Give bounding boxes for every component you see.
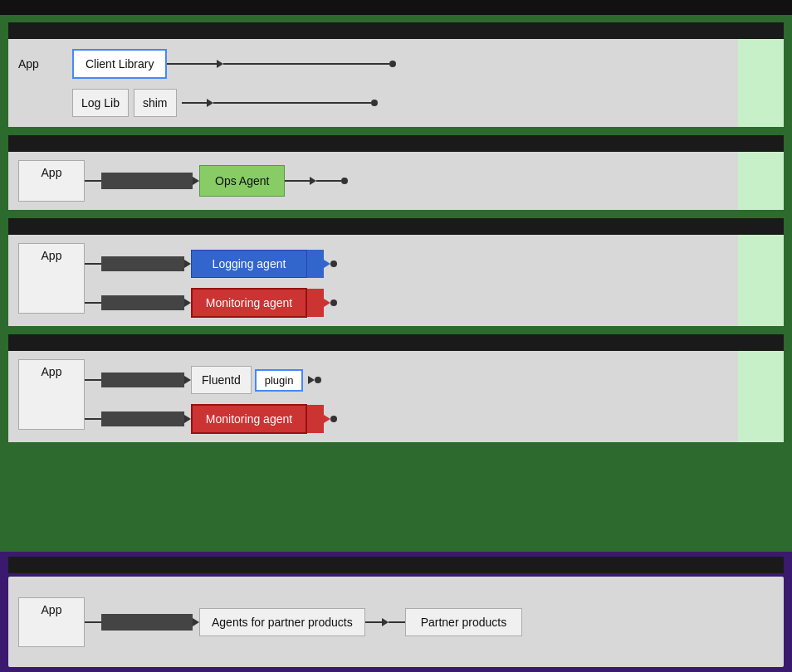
section1-body: App Client Library Log Lib: [8, 39, 784, 127]
app-label-1: App: [18, 57, 64, 71]
app-tall-4: App: [18, 359, 85, 430]
arrow-purple: [193, 618, 199, 626]
ops-agent-box: Ops Agent: [199, 165, 285, 197]
line-after-ops: [285, 180, 310, 182]
section2-header: [8, 135, 784, 152]
endpoint-3b: [330, 299, 337, 306]
line-4b: [85, 418, 101, 420]
app-tall-purple: App: [18, 597, 85, 647]
plugin-box: plugin: [255, 369, 304, 392]
agents-partner-box: Agents for partner products: [199, 608, 365, 636]
arrow-4b: [184, 415, 191, 423]
line-3b: [85, 302, 101, 304]
section4-body: App Fluentd plugin: [8, 351, 784, 442]
section1-row1: App Client Library: [18, 49, 774, 79]
section4-header: [8, 334, 784, 351]
line-mid-2: [85, 180, 101, 182]
arrow-1a: [217, 60, 223, 68]
section3-row-logging: Logging agent: [85, 250, 337, 278]
arrow-2: [193, 177, 199, 185]
line-to-edge-2: [316, 180, 341, 182]
dark-block-2: [101, 173, 193, 189]
section-2: App Ops Agent: [8, 135, 784, 210]
section-4: App Fluentd plugin: [8, 334, 784, 442]
endpoint-1a: [389, 61, 396, 67]
app-tall-3: App: [18, 243, 85, 314]
section3-header: [8, 218, 784, 235]
endpoint-4a: [315, 377, 321, 383]
line-p3: [389, 621, 405, 623]
section4-row-monitoring: Monitoring agent: [85, 404, 337, 434]
app-tall-2: App: [18, 160, 85, 202]
section1-row2: Log Lib shim: [18, 89, 774, 117]
endpoint-1b: [371, 100, 378, 106]
section-3: App Logging agent: [8, 218, 784, 326]
client-library-box: Client Library: [72, 49, 167, 79]
section2-body: App Ops Agent: [8, 152, 784, 210]
section3-body: App Logging agent: [8, 235, 784, 326]
line-1b: [223, 63, 389, 65]
purple-area: App Agents for partner products Partner …: [0, 552, 792, 672]
main-container: App Client Library Log Lib: [0, 0, 792, 672]
line-3a: [85, 263, 101, 265]
purple-content: App Agents for partner products Partner …: [8, 577, 784, 667]
green-area: App Client Library Log Lib: [0, 15, 792, 552]
arrow-3b-end: [324, 299, 330, 307]
dark-4b: [101, 411, 184, 426]
log-lib-box: Log Lib: [72, 89, 129, 117]
partner-products-box: Partner products: [405, 608, 523, 636]
monitoring-agent-box-3: Monitoring agent: [191, 288, 307, 318]
dark-3b: [101, 295, 184, 310]
endpoint-4b: [330, 416, 337, 422]
line-4a: [85, 379, 101, 381]
section3-row-monitoring: Monitoring agent: [85, 288, 337, 318]
logging-agent-box: Logging agent: [191, 250, 307, 278]
arrow-4a: [184, 376, 191, 384]
dark-3a: [101, 256, 184, 271]
arrow-3b: [184, 299, 191, 307]
arrow-2a: [207, 99, 213, 107]
shim-box: shim: [134, 89, 177, 117]
red-ext-3: [307, 289, 324, 317]
line-2b: [213, 102, 371, 104]
endpoint-3a: [330, 261, 337, 267]
dark-purple: [101, 614, 193, 631]
line-p1: [85, 621, 101, 623]
section1-header: [8, 22, 784, 39]
fluentd-box: Fluentd: [191, 366, 252, 394]
section-1: App Client Library Log Lib: [8, 22, 784, 127]
purple-header: [8, 557, 784, 573]
arrow-p2: [382, 618, 389, 626]
arrow-4a-end: [308, 376, 315, 384]
arrow-3a-end: [324, 260, 330, 268]
arrow-after-ops: [310, 177, 316, 185]
monitoring-agent-box-4: Monitoring agent: [191, 404, 307, 434]
line-1a: [167, 63, 217, 65]
arrow-3a: [184, 260, 191, 268]
red-ext-4: [307, 405, 324, 433]
endpoint-2: [341, 178, 348, 184]
line-2a: [182, 102, 207, 104]
blue-ext: [307, 250, 324, 278]
line-p2: [365, 621, 382, 623]
dark-4a: [101, 373, 184, 387]
arrow-4b-end: [324, 415, 330, 423]
section4-row-fluentd: Fluentd plugin: [85, 366, 337, 394]
section2-row1: App Ops Agent: [18, 160, 774, 202]
top-bar: [0, 0, 792, 15]
